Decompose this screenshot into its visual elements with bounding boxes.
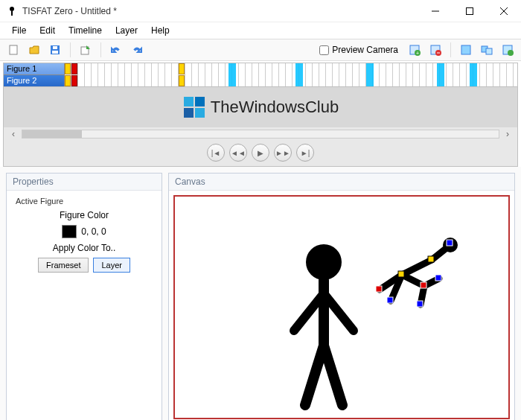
timeline-panel: Figure 1 Figure 2 TheWindowsClub ‹ › |◄ bbox=[3, 63, 518, 167]
svg-rect-42 bbox=[428, 256, 434, 262]
save-file-button[interactable] bbox=[46, 41, 64, 59]
svg-rect-8 bbox=[52, 51, 58, 54]
watermark: TheWindowsClub bbox=[182, 95, 339, 119]
svg-rect-9 bbox=[53, 46, 57, 49]
timeline-keyframe[interactable] bbox=[179, 75, 185, 86]
separator bbox=[100, 42, 101, 57]
svg-rect-17 bbox=[461, 45, 470, 54]
stick-figure-1[interactable] bbox=[279, 241, 368, 413]
scroll-left-icon[interactable]: ‹ bbox=[8, 129, 19, 139]
play-button[interactable]: ▶ bbox=[252, 144, 269, 162]
export-button[interactable] bbox=[77, 41, 95, 59]
timeline-playhead[interactable] bbox=[366, 63, 374, 87]
figure-color-value: 0, 0, 0 bbox=[81, 226, 106, 237]
svg-point-26 bbox=[306, 244, 342, 280]
svg-rect-40 bbox=[376, 286, 382, 292]
timeline-scrollbar[interactable]: ‹ › bbox=[4, 127, 517, 141]
svg-rect-24 bbox=[184, 108, 194, 118]
svg-rect-3 bbox=[467, 7, 473, 14]
svg-rect-43 bbox=[447, 240, 453, 246]
apply-color-label: Apply Color To.. bbox=[14, 243, 154, 253]
timeline-layer-2[interactable]: Figure 2 bbox=[4, 75, 65, 87]
properties-panel: Properties Active Figure Figure Color 0,… bbox=[6, 173, 162, 420]
timeline-cells[interactable] bbox=[65, 63, 517, 86]
preview-camera-input[interactable] bbox=[319, 45, 329, 55]
properties-title: Properties bbox=[7, 174, 162, 191]
skip-end-button[interactable]: ►| bbox=[296, 144, 314, 162]
window-title: TISFAT Zero - Untitled * bbox=[22, 6, 418, 16]
remove-scene-button[interactable] bbox=[426, 41, 444, 59]
svg-point-0 bbox=[10, 7, 14, 11]
redo-button[interactable] bbox=[128, 41, 146, 59]
timeline-keyframe[interactable] bbox=[65, 63, 71, 74]
canvas-title: Canvas bbox=[169, 174, 514, 191]
svg-point-21 bbox=[508, 50, 514, 56]
timeline-keyframe[interactable] bbox=[71, 75, 77, 86]
step-forward-button[interactable]: ►► bbox=[274, 144, 292, 162]
svg-rect-44 bbox=[387, 297, 393, 303]
svg-rect-25 bbox=[195, 108, 205, 118]
timeline-playhead[interactable] bbox=[437, 63, 444, 87]
undo-button[interactable] bbox=[107, 41, 125, 59]
timeline-grid[interactable]: Figure 1 Figure 2 bbox=[4, 63, 517, 87]
scene-a-button[interactable] bbox=[457, 41, 475, 59]
apply-layer-button[interactable]: Layer bbox=[93, 258, 130, 273]
menu-layer[interactable]: Layer bbox=[109, 24, 144, 37]
new-file-button[interactable] bbox=[4, 41, 22, 59]
watermark-logo-icon bbox=[182, 95, 206, 119]
scene-b-button[interactable] bbox=[478, 41, 496, 59]
svg-rect-45 bbox=[421, 282, 426, 288]
scene-c-button[interactable] bbox=[499, 41, 517, 59]
toolbar: Preview Camera + bbox=[0, 39, 521, 61]
scroll-right-icon[interactable]: › bbox=[502, 129, 513, 139]
canvas-panel: Canvas bbox=[168, 173, 515, 420]
svg-rect-23 bbox=[195, 97, 205, 106]
app-icon bbox=[6, 5, 18, 17]
active-figure-label: Active Figure bbox=[14, 197, 154, 206]
svg-line-33 bbox=[402, 260, 432, 275]
menu-file[interactable]: File bbox=[6, 24, 32, 37]
figure-color-swatch[interactable] bbox=[62, 225, 77, 238]
minimize-button[interactable] bbox=[418, 0, 453, 22]
workspace: Properties Active Figure Figure Color 0,… bbox=[0, 167, 521, 420]
figure-color-label: Figure Color bbox=[14, 210, 154, 220]
timeline-layer-labels: Figure 1 Figure 2 bbox=[4, 63, 65, 86]
title-bar: TISFAT Zero - Untitled * bbox=[0, 0, 521, 22]
menu-help[interactable]: Help bbox=[145, 24, 176, 37]
svg-rect-41 bbox=[398, 271, 404, 277]
menu-timeline[interactable]: Timeline bbox=[63, 24, 108, 37]
timeline-keyframe[interactable] bbox=[179, 63, 185, 74]
timeline-playhead[interactable] bbox=[295, 63, 303, 87]
skip-start-button[interactable]: |◄ bbox=[207, 144, 225, 162]
timeline-keyframe[interactable] bbox=[71, 63, 77, 74]
apply-frameset-button[interactable]: Frameset bbox=[38, 258, 89, 273]
svg-rect-47 bbox=[417, 301, 423, 307]
separator bbox=[450, 42, 451, 57]
menu-edit[interactable]: Edit bbox=[33, 24, 61, 37]
preview-camera-label: Preview Camera bbox=[332, 45, 398, 55]
step-back-button[interactable]: ◄◄ bbox=[229, 144, 247, 162]
timeline-keyframe[interactable] bbox=[65, 75, 71, 86]
svg-line-30 bbox=[305, 346, 324, 405]
scroll-thumb[interactable] bbox=[22, 130, 82, 138]
watermark-text: TheWindowsClub bbox=[211, 98, 339, 117]
separator bbox=[70, 42, 71, 57]
playback-controls: |◄ ◄◄ ▶ ►► ►| bbox=[4, 141, 517, 166]
timeline-layer-1[interactable]: Figure 1 bbox=[4, 63, 65, 75]
stick-figure-2-selected[interactable] bbox=[361, 234, 458, 323]
maximize-button[interactable] bbox=[453, 0, 487, 22]
preview-camera-checkbox[interactable]: Preview Camera bbox=[315, 45, 403, 55]
svg-rect-6 bbox=[10, 45, 17, 54]
open-file-button[interactable] bbox=[25, 41, 43, 59]
add-scene-button[interactable]: + bbox=[406, 41, 423, 59]
scroll-track[interactable] bbox=[22, 130, 499, 139]
canvas-area[interactable] bbox=[173, 195, 510, 419]
timeline-playhead[interactable] bbox=[470, 63, 477, 87]
close-button[interactable] bbox=[487, 0, 521, 22]
svg-rect-22 bbox=[184, 97, 194, 106]
timeline-playhead[interactable] bbox=[228, 63, 236, 87]
timeline-overview: TheWindowsClub bbox=[4, 87, 517, 127]
menu-bar: File Edit Timeline Layer Help bbox=[0, 22, 521, 39]
svg-line-31 bbox=[324, 346, 342, 405]
svg-rect-19 bbox=[486, 48, 492, 54]
